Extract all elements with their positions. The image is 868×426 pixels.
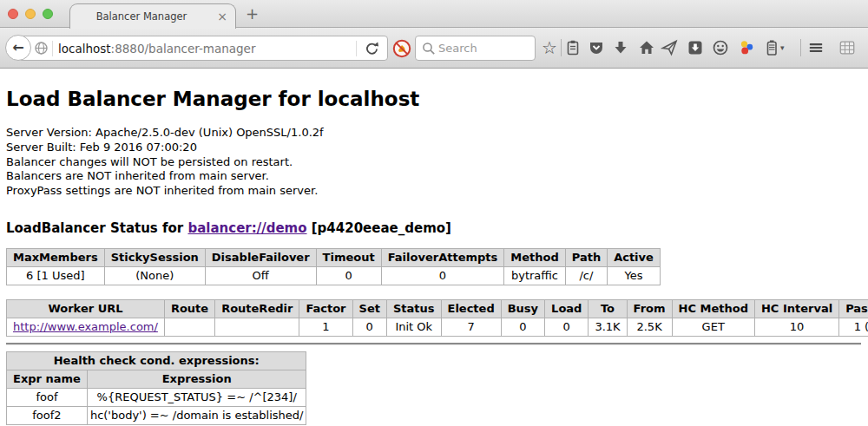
balancer-settings-table: MaxMembers StickySession DisableFailover… — [6, 248, 661, 285]
header-cell: RouteRedir — [215, 299, 299, 318]
titlebar: Balancer Manager × + — [0, 0, 868, 28]
search-input[interactable] — [438, 40, 529, 56]
tab-title: Balancer Manager — [70, 10, 213, 23]
expression-cell: hc('body') =~ /domain is established/ — [87, 406, 306, 424]
value-cell: 7 — [441, 318, 501, 336]
header-cell: MaxMembers — [7, 248, 105, 266]
clipboard-icon[interactable] — [564, 39, 582, 56]
tab-balancer-manager[interactable]: Balancer Manager × — [69, 3, 236, 29]
new-tab-button[interactable]: + — [246, 4, 259, 23]
health-check-table: Health check cond. expressions: Expr nam… — [6, 351, 306, 425]
table-row: foof %{REQUEST_STATUS} =~ /^[234]/ — [7, 388, 306, 406]
tab-close-icon[interactable]: × — [217, 9, 227, 24]
value-cell: 2.5K — [627, 318, 672, 336]
page-content: Load Balancer Manager for localhost Serv… — [0, 69, 868, 426]
toolbar-separator — [800, 39, 801, 56]
header-cell: To — [589, 299, 627, 318]
value-cell: 0 — [545, 318, 589, 336]
url-text[interactable]: localhost:8880/balancer-manager — [58, 42, 255, 56]
server-info: Server Version: Apache/2.5.0-dev (Unix) … — [6, 126, 868, 199]
search-bar[interactable] — [415, 36, 536, 61]
header-cell: Method — [504, 248, 565, 266]
header-cell: Active — [608, 248, 661, 266]
header-cell: Timeout — [316, 248, 381, 266]
status-heading-prefix: LoadBalancer Status for — [6, 220, 187, 236]
header-cell: Elected — [441, 299, 501, 318]
header-cell: Expression — [87, 370, 306, 388]
battery-icon[interactable] — [763, 39, 780, 56]
header-cell: Busy — [501, 299, 544, 318]
close-window-button[interactable] — [8, 9, 18, 19]
minimize-window-button[interactable] — [25, 9, 36, 19]
header-cell: HC Interval — [754, 299, 838, 318]
balancer-inherit-note: Balancers are NOT inherited from main se… — [6, 169, 868, 184]
value-cell: 0 — [381, 266, 504, 285]
value-cell: 3.1K — [589, 318, 627, 336]
worker-url-link[interactable]: http://www.example.com/ — [13, 320, 158, 333]
search-icon — [422, 42, 436, 56]
identity-separator — [52, 41, 53, 56]
dropdown-caret-icon[interactable]: ▾ — [780, 39, 789, 56]
server-version-line: Server Version: Apache/2.5.0-dev (Unix) … — [6, 126, 868, 141]
expr-name-cell: foof — [7, 388, 88, 406]
worker-table: Worker URL Route RouteRedir Factor Set S… — [6, 299, 868, 337]
server-built-line: Server Built: Feb 9 2016 07:00:20 — [6, 141, 868, 155]
grid-icon[interactable] — [838, 39, 856, 56]
download-panel-icon[interactable] — [687, 39, 704, 56]
send-icon[interactable] — [661, 39, 678, 56]
value-cell: Yes — [608, 266, 661, 285]
value-cell: /c/ — [565, 266, 607, 285]
reload-separator — [356, 41, 357, 56]
worker-row: http://www.example.com/ 1 0 Init Ok 7 0 … — [7, 318, 868, 336]
globe-icon — [34, 41, 49, 56]
block-icon[interactable] — [392, 39, 411, 58]
table-row: 6 [1 Used] (None) Off 0 0 bytraffic /c/ … — [7, 266, 661, 285]
url-bar[interactable]: localhost:8880/balancer-manager — [18, 36, 388, 61]
value-cell: 1 — [299, 318, 352, 336]
back-button[interactable]: ← — [5, 35, 31, 61]
download-icon[interactable] — [612, 39, 629, 56]
value-cell: GET — [672, 318, 754, 336]
balancer-demo-link[interactable]: balancer://demo — [187, 220, 306, 236]
value-cell — [215, 318, 299, 336]
status-heading-suffix: [p4420eeae_demo] — [307, 220, 451, 236]
health-table-title: Health check cond. expressions: — [7, 351, 306, 370]
header-cell: Set — [352, 299, 386, 318]
header-cell: HC Method — [672, 299, 754, 318]
value-cell: bytraffic — [504, 266, 565, 285]
header-cell: Factor — [299, 299, 352, 318]
worker-url-cell: http://www.example.com/ — [7, 318, 165, 336]
header-cell: Expr name — [7, 370, 88, 388]
zoom-window-button[interactable] — [43, 9, 53, 19]
balancer-persist-note: Balancer changes will NOT be persisted o… — [6, 155, 868, 170]
proxypass-inherit-note: ProxyPass settings are NOT inherited fro… — [6, 184, 868, 199]
table-header-row: Health check cond. expressions: — [7, 351, 306, 370]
home-icon[interactable] — [638, 39, 655, 56]
table-header-row: MaxMembers StickySession DisableFailover… — [7, 248, 661, 266]
header-cell: Status — [386, 299, 441, 318]
header-cell: Passes — [839, 299, 868, 318]
header-cell: Worker URL — [7, 299, 165, 318]
value-cell: Off — [205, 266, 316, 285]
value-cell: (None) — [104, 266, 205, 285]
divider — [6, 343, 861, 345]
menu-icon[interactable] — [807, 39, 825, 56]
colored-dots-icon[interactable] — [738, 39, 755, 56]
value-cell: 0 — [352, 318, 386, 336]
table-row: foof2 hc('body') =~ /domain is establish… — [7, 406, 306, 424]
value-cell: 0 — [501, 318, 544, 336]
header-cell: DisableFailover — [205, 248, 316, 266]
bookmark-star-icon[interactable]: ☆ — [541, 39, 558, 56]
pocket-icon[interactable] — [588, 39, 605, 56]
navigation-toolbar: ← localhost:8880/balancer-manager — [0, 28, 868, 69]
toolbar-separator — [561, 39, 562, 56]
header-cell: StickySession — [104, 248, 205, 266]
header-cell: FailoverAttempts — [381, 248, 504, 266]
browser-window: Balancer Manager × + ← localhost:8880/ba… — [0, 0, 868, 426]
smiley-icon[interactable] — [712, 39, 729, 56]
reload-icon[interactable] — [363, 40, 381, 58]
table-header-row: Worker URL Route RouteRedir Factor Set S… — [7, 299, 868, 318]
value-cell: 0 — [316, 266, 381, 285]
status-heading: LoadBalancer Status for balancer://demo … — [6, 220, 868, 236]
header-cell: From — [627, 299, 672, 318]
